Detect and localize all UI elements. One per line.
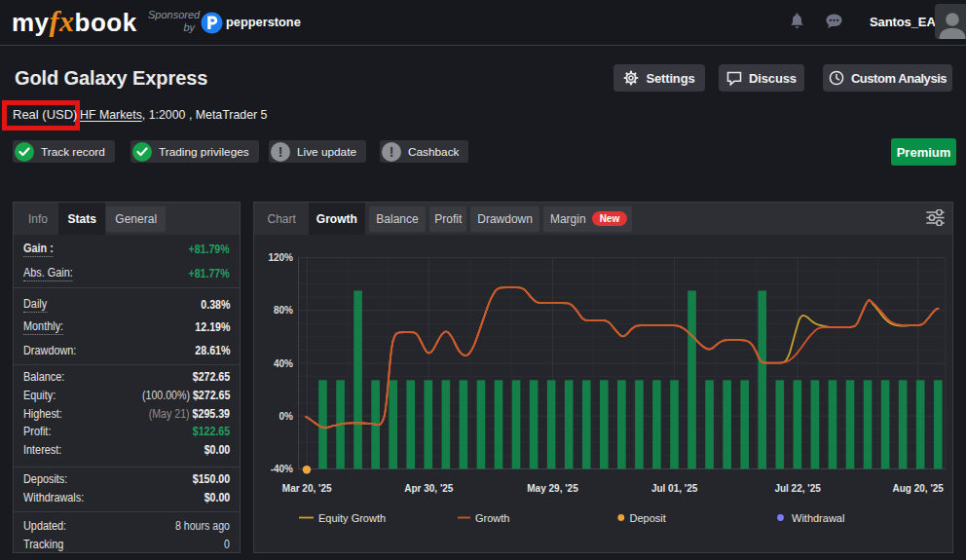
svg-text:Equity Growth: Equity Growth — [318, 512, 386, 524]
svg-text:40%: 40% — [274, 358, 293, 369]
svg-text:-40%: -40% — [271, 464, 293, 474]
svg-text:120%: 120% — [268, 252, 293, 263]
svg-text:Deposit: Deposit — [630, 512, 666, 524]
svg-text:Aug 20, '25: Aug 20, '25 — [892, 483, 944, 494]
svg-text:Jul 01, '25: Jul 01, '25 — [651, 483, 698, 494]
svg-text:Withdrawal: Withdrawal — [792, 512, 844, 524]
svg-text:May 29, '25: May 29, '25 — [527, 483, 578, 494]
svg-text:Mar 20, '25: Mar 20, '25 — [282, 483, 332, 494]
svg-text:0%: 0% — [279, 411, 294, 422]
svg-text:Apr 30, '25: Apr 30, '25 — [404, 483, 454, 494]
svg-text:80%: 80% — [274, 305, 293, 316]
svg-text:Growth: Growth — [475, 512, 509, 524]
svg-text:Jul 22, '25: Jul 22, '25 — [774, 483, 821, 494]
